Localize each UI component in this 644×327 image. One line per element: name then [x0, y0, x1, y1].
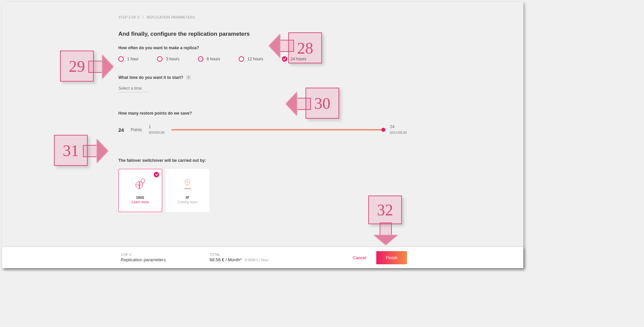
radio-1hour[interactable]: 1 hour: [118, 56, 139, 62]
breadcrumb-step: STEP 3 OF 3: [118, 16, 140, 19]
start-time-input[interactable]: [118, 85, 149, 92]
footer-price-month: 68.58 € / Month*: [210, 257, 242, 262]
failover-card-dns[interactable]: DNS Learn more: [118, 169, 162, 212]
footer-price-hour: 0.0939 € / Hour: [245, 258, 268, 262]
failover-card-row: DNS Learn more IP Coming soon: [118, 169, 407, 212]
radio-icon: [118, 56, 124, 62]
cancel-button[interactable]: Cancel: [353, 255, 366, 260]
footer-step: 3 OF 3 Replication parameters: [121, 253, 166, 262]
map-pin-icon: [182, 179, 193, 190]
footer-step-count: 3 OF 3: [121, 253, 166, 257]
annotation-number: 32: [369, 196, 401, 224]
radio-label: 3 hours: [166, 57, 179, 61]
arrow-right-icon: [88, 61, 113, 73]
slider-track: [171, 129, 383, 130]
radio-12hours[interactable]: 12 hours: [239, 56, 263, 62]
frequency-radio-row: 1 hour 3 hours 6 hours 12 hours 24 hours: [118, 56, 407, 62]
arrow-left-icon: [286, 98, 311, 110]
content-wrap: STEP 3 OF 3 / REPLICATION PARAMETERS And…: [2, 2, 523, 222]
arrow-down-icon: [380, 222, 392, 245]
restore-slider[interactable]: [171, 129, 383, 130]
slider-handle[interactable]: [381, 128, 385, 132]
annotation-number: 30: [306, 88, 339, 118]
radio-3hours[interactable]: 3 hours: [157, 56, 179, 62]
card-title: IP: [186, 196, 189, 200]
slider-min-label: MINIMUM: [149, 131, 165, 135]
annotation-number: 31: [55, 136, 87, 165]
restore-slider-row: 24 Points 1 MINIMUM 24 MAXIMUM: [118, 124, 407, 135]
footer-right: Cancel Finish: [353, 251, 407, 264]
frequency-label: How often do you want to make a replica?: [118, 46, 407, 50]
restore-label: How many restore points do we save?: [118, 111, 407, 116]
radio-label: 6 hours: [207, 57, 220, 61]
slider-min-val: 1: [149, 124, 165, 129]
restore-value: 24: [118, 127, 124, 133]
restore-unit: Points: [131, 127, 142, 132]
radio-icon: [239, 56, 244, 62]
radio-label: 12 hours: [247, 57, 263, 61]
footer-total: TOTAL 68.58 € / Month* 0.0939 € / Hour: [210, 253, 268, 262]
check-icon: [154, 172, 159, 177]
breadcrumb-sep: /: [143, 16, 144, 19]
slider-max-val: 24: [390, 124, 407, 129]
arrow-right-icon: [83, 145, 108, 157]
footer-bar: 3 OF 3 Replication parameters TOTAL 68.5…: [2, 247, 523, 268]
footer-total-label: TOTAL: [210, 253, 268, 257]
radio-icon: [198, 56, 203, 62]
failover-card-ip: IP Coming soon: [166, 169, 209, 212]
card-title: DNS: [136, 196, 144, 200]
finish-button[interactable]: Finish: [376, 251, 407, 264]
radio-label: 1 hour: [127, 57, 139, 61]
slider-max: 24 MAXIMUM: [390, 124, 407, 135]
card-coming-soon: Coming soon: [178, 200, 198, 204]
radio-icon-checked: [282, 56, 287, 62]
slider-max-label: MAXIMUM: [390, 131, 407, 135]
help-icon[interactable]: ?: [186, 75, 191, 80]
radio-6hours[interactable]: 6 hours: [198, 56, 220, 62]
arrow-left-icon: [269, 40, 294, 52]
footer-left: 3 OF 3 Replication parameters TOTAL 68.5…: [121, 253, 268, 262]
annotation-31: 31: [54, 135, 88, 166]
footer-step-name: Replication parameters: [121, 257, 166, 262]
radio-icon: [157, 56, 163, 62]
page-title: And finally, configure the replication p…: [118, 31, 407, 37]
breadcrumb-page: REPLICATION PARAMETERS: [147, 16, 195, 19]
globe-pin-icon: [135, 179, 146, 190]
failover-label: The failover switchover will be carried …: [118, 158, 407, 163]
start-time-label: What time do you want it to start?: [118, 75, 183, 80]
card-learn-more-link[interactable]: Learn more: [131, 200, 149, 204]
breadcrumb: STEP 3 OF 3 / REPLICATION PARAMETERS: [118, 16, 407, 19]
slider-min: 1 MINIMUM: [149, 124, 165, 135]
annotation-32: 32: [368, 196, 402, 224]
